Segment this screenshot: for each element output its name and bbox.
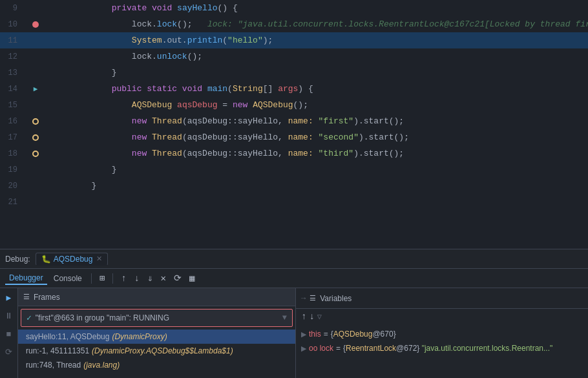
frame-item-1[interactable]: run:-1, 451111351 (DynamicProxy.AQSDebug… — [18, 344, 295, 358]
frame-method-1: run:-1, 451111351 — [26, 346, 89, 355]
toolbar-btn-resume[interactable]: ↑ — [118, 272, 129, 285]
frame-class-0: (DynamicProxy) — [112, 332, 167, 341]
line-number-13: 13 — [0, 68, 23, 78]
side-btn-stop[interactable]: ■ — [2, 327, 16, 341]
close-debug-tab[interactable]: ✕ — [96, 255, 102, 263]
thread-name-label: "first"@663 in group "main": RUNNING — [36, 313, 282, 322]
toolbar-sep-2 — [112, 273, 113, 284]
frame-class-1: (DynamicProxy.AQSDebug$$Lambda$1) — [92, 346, 233, 355]
frame-class-2: (java.lang) — [83, 361, 120, 370]
var-expand-this[interactable]: ▶ — [301, 330, 306, 339]
var-value-this: {AQSDebug@670} — [331, 330, 396, 339]
code-lines: 9 private void sayHello() { 10 lock.lock… — [0, 0, 588, 210]
line-number-14: 14 — [0, 85, 23, 94]
gutter-14: ▶ — [23, 85, 48, 93]
debug-content: ▶ ⏸ ■ ⟳ ☰ Frames ✓ "first"@663 in group … — [0, 288, 588, 378]
frame-list: sayHello:11, AQSDebug (DynamicProxy) run… — [18, 330, 295, 378]
side-toolbar: ▶ ⏸ ■ ⟳ — [0, 288, 18, 378]
var-nav-up[interactable]: ↑ — [301, 311, 306, 322]
var-nav-down[interactable]: ↓ — [309, 311, 314, 322]
tab-debugger[interactable]: Debugger — [5, 272, 47, 285]
frames-icon: ☰ — [23, 293, 30, 301]
toolbar-sep-1 — [91, 273, 92, 284]
var-item-this[interactable]: ▶ this = {AQSDebug@670} — [296, 327, 588, 341]
gutter-18 — [23, 151, 48, 157]
var-equals-lock: = — [336, 344, 341, 353]
line-number-11: 11 — [0, 36, 23, 45]
line-number-19: 19 — [0, 165, 23, 174]
var-value-lock: {ReentrantLock@672} "java.util.concurren… — [343, 344, 552, 353]
toolbar-btn-step-into[interactable]: ⇓ — [145, 271, 155, 285]
code-line-20: 20 } — [0, 178, 588, 194]
line-number-18: 18 — [0, 149, 23, 158]
var-name-this: this — [309, 330, 321, 339]
toolbar-btn-step-over[interactable]: ↓ — [132, 272, 142, 285]
thread-selector[interactable]: ✓ "first"@663 in group "main": RUNNING ▼ — [21, 309, 293, 327]
thread-indicator-17 — [32, 134, 39, 141]
frame-method-0: sayHello:11, AQSDebug — [26, 332, 109, 341]
debug-label: Debug: — [5, 255, 30, 264]
gutter-10 — [23, 21, 48, 28]
line-number-12: 12 — [0, 52, 23, 61]
vars-filter-icon[interactable]: ▽ — [317, 312, 322, 322]
frame-item-0[interactable]: sayHello:11, AQSDebug (DynamicProxy) — [18, 330, 295, 344]
toolbar-btn-menu[interactable]: ⊞ — [97, 271, 107, 285]
thread-indicator-16 — [32, 118, 39, 125]
thread-indicator-18 — [32, 151, 39, 157]
line-number-15: 15 — [0, 101, 23, 110]
debug-session-tab[interactable]: 🐛 AQSDebug ✕ — [36, 253, 109, 266]
debug-tab-icon: 🐛 — [41, 255, 51, 264]
tab-console[interactable]: Console — [50, 273, 86, 284]
toolbar-btn-restart[interactable]: ⟳ — [171, 271, 184, 285]
side-btn-reconnect[interactable]: ⟳ — [2, 345, 16, 359]
frames-header-label: Frames — [34, 293, 60, 302]
gutter-16 — [23, 118, 48, 125]
line-number-20: 20 — [0, 182, 23, 191]
code-editor: 9 private void sayHello() { 10 lock.lock… — [0, 0, 588, 249]
var-item-lock[interactable]: ▶ oo lock = {ReentrantLock@672} "java.ut… — [296, 341, 588, 355]
thread-dropdown-icon[interactable]: ▼ — [282, 313, 287, 322]
line-number-10: 10 — [0, 20, 23, 29]
frames-header: ☰ Frames — [18, 288, 295, 306]
line-number-16: 16 — [0, 117, 23, 126]
vars-nav-arrow: → — [301, 294, 306, 303]
var-expand-lock[interactable]: ▶ — [301, 344, 306, 353]
side-btn-pause[interactable]: ⏸ — [2, 309, 16, 323]
line-number-21: 21 — [0, 198, 23, 207]
debugger-toolbar: Debugger Console ⊞ ↑ ↓ ⇓ ✕ ⟳ ▦ — [0, 269, 588, 288]
debug-tab-name: AQSDebug — [54, 255, 93, 264]
frames-panel: ☰ Frames ✓ "first"@663 in group "main": … — [18, 288, 296, 378]
breakpoint-indicator — [32, 21, 39, 28]
vars-icon: ☰ — [310, 294, 316, 302]
thread-check-icon: ✓ — [26, 313, 32, 323]
debug-session-tabs: Debug: 🐛 AQSDebug ✕ — [0, 249, 588, 269]
line-number-17: 17 — [0, 133, 23, 142]
var-equals-this: = — [324, 330, 328, 339]
frame-item-2[interactable]: run:748, Thread (java.lang) — [18, 358, 295, 372]
code-line-21: 21 — [0, 194, 588, 210]
run-indicator: ▶ — [34, 85, 38, 93]
variables-header-label: Variables — [320, 294, 352, 303]
debug-panel: Debug: 🐛 AQSDebug ✕ Debugger Console ⊞ ↑… — [0, 249, 588, 378]
variables-toolbar: → ☰ Variables — [296, 288, 588, 309]
line-number-9: 9 — [0, 4, 23, 13]
variable-nav: ↑ ↓ ▽ — [296, 309, 588, 324]
var-name-lock: oo lock — [309, 344, 333, 353]
variable-list: ▶ this = {AQSDebug@670} ▶ oo lock = {Ree… — [296, 324, 588, 378]
frame-method-2: run:748, Thread — [26, 361, 81, 370]
side-btn-resume[interactable]: ▶ — [2, 291, 16, 305]
variables-panel: → ☰ Variables ↑ ↓ ▽ ▶ this = {AQSDebug@6… — [296, 288, 588, 378]
toolbar-btn-stop[interactable]: ✕ — [158, 271, 168, 285]
toolbar-btn-grid[interactable]: ▦ — [187, 271, 197, 285]
gutter-17 — [23, 134, 48, 141]
